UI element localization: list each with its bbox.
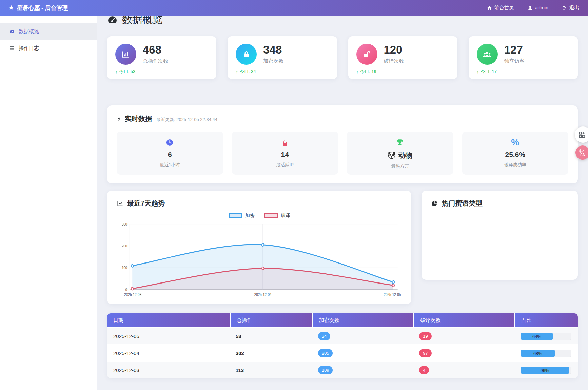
legend-label: 破译 xyxy=(281,213,290,219)
ratio-progress: 68% xyxy=(521,350,571,357)
stat-value: 348 xyxy=(263,44,283,56)
stat-card-visitors: 127 独立访客 ↑ 今日: 17 xyxy=(469,36,578,79)
stat-label: 总操作次数 xyxy=(143,58,168,64)
panda-icon xyxy=(388,152,396,159)
pie-chart-icon xyxy=(431,200,438,207)
realtime-label: 最近1小时 xyxy=(120,162,220,168)
realtime-card-last-hour: 6 最近1小时 xyxy=(117,132,223,175)
legend-item-encrypt[interactable]: 加密 xyxy=(229,213,255,219)
sidebar-item-overview[interactable]: 数据概览 xyxy=(0,23,97,40)
col-header-ratio: 占比 xyxy=(514,313,578,327)
col-header-decrypt: 破译次数 xyxy=(413,313,514,327)
chart-legend: 加密 破译 xyxy=(117,213,402,219)
trend-chart: 01002003002025-12-032025-12-042025-12-05 xyxy=(117,219,402,299)
ratio-progress: 64% xyxy=(521,333,571,340)
realtime-cards: 6 最近1小时 14 最活跃IP xyxy=(117,132,568,175)
ratio-progress: 96% xyxy=(521,367,571,374)
cell-total: 53 xyxy=(230,327,312,344)
sidebar: 数据概览 操作日志 xyxy=(0,16,97,390)
trend-title: 最近7天趋势 xyxy=(117,199,402,208)
col-header-total: 总操作 xyxy=(230,313,312,327)
stat-today-text: 今日: 17 xyxy=(481,69,497,75)
sidebar-item-logs[interactable]: 操作日志 xyxy=(0,40,97,57)
user-icon xyxy=(528,5,533,11)
nav-logout[interactable]: 退出 xyxy=(562,5,579,11)
nav-link-label: 退出 xyxy=(569,5,579,11)
cell-total: 302 xyxy=(230,344,312,361)
clock-icon xyxy=(120,137,220,148)
cell-date: 2025-12-03 xyxy=(107,361,230,378)
arrow-up-icon: ↑ xyxy=(115,69,118,74)
cell-date: 2025-12-04 xyxy=(107,344,230,361)
legend-swatch xyxy=(229,213,242,218)
table-row: 2025-12-04 302 205 97 68% xyxy=(107,344,578,361)
users-icon xyxy=(477,44,498,65)
realtime-value: 6 xyxy=(120,151,220,159)
realtime-label: 最热方言 xyxy=(350,163,450,169)
translate-widget-button[interactable]: 中 A xyxy=(575,145,588,160)
realtime-updated: 最近更新: 2025-12-05 22:34:44 xyxy=(156,117,217,123)
encrypt-badge: 34 xyxy=(318,332,330,340)
tachometer-icon xyxy=(9,28,15,34)
stat-today: ↑ 今日: 17 xyxy=(477,69,570,75)
stat-today-text: 今日: 34 xyxy=(240,69,256,75)
stat-value: 127 xyxy=(504,44,525,56)
svg-text:200: 200 xyxy=(122,243,127,248)
home-icon xyxy=(487,5,492,11)
nav-user-admin[interactable]: admin xyxy=(528,5,549,11)
realtime-label: 破译成功率 xyxy=(466,162,565,168)
stat-today-text: 今日: 19 xyxy=(360,69,376,75)
list-icon xyxy=(9,45,15,51)
realtime-label: 最活跃IP xyxy=(235,162,335,168)
realtime-card-success-rate: % 25.6% 破译成功率 xyxy=(462,132,569,175)
stat-label: 加密次数 xyxy=(263,58,283,64)
trophy-icon xyxy=(350,137,450,148)
realtime-title: 实时数据 xyxy=(125,114,152,123)
main-content: 数据概览 468 总操作次数 ↑ 今日: 53 xyxy=(97,0,588,390)
arrow-up-icon: ↑ xyxy=(477,69,479,74)
realtime-value: 14 xyxy=(235,151,335,159)
stat-value: 120 xyxy=(384,44,404,56)
nav-frontend-home[interactable]: 前台首页 xyxy=(487,5,514,11)
stat-label: 破译次数 xyxy=(384,58,404,64)
svg-text:100: 100 xyxy=(122,265,127,270)
chart-line-icon xyxy=(117,200,123,207)
translate-icon: 中 A xyxy=(578,149,586,157)
arrow-up-icon: ↑ xyxy=(356,69,359,74)
sidebar-item-label: 操作日志 xyxy=(19,45,39,52)
app-title: 星语心愿 - 后台管理 xyxy=(17,4,68,12)
percent-icon: % xyxy=(466,137,565,148)
realtime-card-hot-dialect: 动物 最热方言 xyxy=(347,132,453,175)
sign-out-icon xyxy=(562,5,567,11)
top-navbar: ★ 星语心愿 - 后台管理 前台首页 admin 退出 xyxy=(0,0,588,16)
svg-text:2025-12-04: 2025-12-04 xyxy=(254,292,272,297)
svg-text:2025-12-05: 2025-12-05 xyxy=(384,292,401,297)
realtime-value: 25.6% xyxy=(466,151,565,159)
realtime-value: 动物 xyxy=(350,151,450,160)
unlock-icon xyxy=(356,44,377,65)
decrypt-badge: 19 xyxy=(419,332,431,340)
bolt-icon xyxy=(117,116,122,122)
encrypt-badge: 205 xyxy=(318,349,333,357)
col-header-date: 日期 xyxy=(107,313,230,327)
trend-chart-card: 最近7天趋势 加密 破译 01002003002025-12-032025-12… xyxy=(107,191,411,304)
stat-today: ↑ 今日: 19 xyxy=(356,69,449,75)
ratio-progress-fill: 96% xyxy=(521,367,569,374)
stat-card-decrypt: 120 破译次数 ↑ 今日: 19 xyxy=(348,36,457,79)
pie-title: 热门蜜语类型 xyxy=(431,199,568,208)
cell-total: 113 xyxy=(230,361,312,378)
table-row: 2025-12-03 113 109 4 96% xyxy=(107,361,578,378)
table-row: 2025-12-05 53 34 19 64% xyxy=(107,327,578,344)
ratio-progress-fill: 64% xyxy=(521,333,553,340)
arrow-up-icon: ↑ xyxy=(236,69,238,74)
stat-cards-row: 468 总操作次数 ↑ 今日: 53 348 加密次数 ↑ xyxy=(107,36,578,79)
legend-item-decrypt[interactable]: 破译 xyxy=(264,213,290,219)
stat-card-total-ops: 468 总操作次数 ↑ 今日: 53 xyxy=(107,36,216,79)
stat-today-text: 今日: 53 xyxy=(119,69,136,75)
realtime-panel: 实时数据 最近更新: 2025-12-05 22:34:44 6 最近1小时 1… xyxy=(107,105,578,183)
app-brand: ★ 星语心愿 - 后台管理 xyxy=(9,4,68,12)
nav-link-label: admin xyxy=(535,5,549,11)
col-header-encrypt: 加密次数 xyxy=(312,313,413,327)
legend-label: 加密 xyxy=(245,213,255,219)
tachometer-icon xyxy=(107,15,118,25)
